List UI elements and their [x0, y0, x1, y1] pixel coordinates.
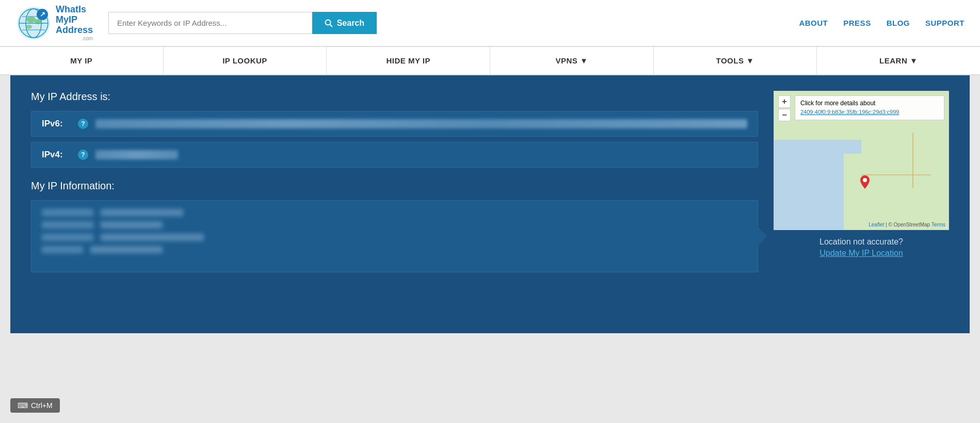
info-value-blur-3 [101, 234, 204, 241]
map-tooltip-text: Click for more details about [800, 100, 875, 107]
press-link[interactable]: PRESS [843, 19, 871, 27]
ipv4-row: IPv4: ? [31, 142, 758, 168]
zoom-in-button[interactable]: + [778, 95, 791, 108]
search-input[interactable] [108, 12, 312, 34]
info-row-1 [42, 209, 747, 216]
info-row-4 [42, 246, 747, 253]
map-column: + − Click for more details about 2409:40… [774, 91, 949, 272]
search-icon [325, 19, 333, 27]
svg-text:↗: ↗ [40, 10, 45, 18]
info-value-blur-4 [90, 246, 163, 253]
ipv6-help-icon[interactable]: ? [78, 119, 88, 129]
logo[interactable]: ↗ WhatIs MyIP Address .com [15, 5, 93, 41]
svg-point-7 [26, 17, 36, 23]
leaflet-link[interactable]: Leaflet [869, 222, 884, 227]
map-road-v [912, 133, 913, 188]
search-form: Search [108, 12, 377, 34]
map-tooltip-ip-link[interactable]: 2409:40f0:9:b83e:35fb:196c:29d3:c999 [800, 109, 899, 115]
nav-learn[interactable]: LEARN ▼ [817, 47, 980, 74]
keyboard-icon: ⌨ [18, 401, 28, 410]
nav-my-ip[interactable]: MY IP [0, 47, 164, 74]
header-nav: ABOUT PRESS BLOG SUPPORT [799, 19, 965, 27]
update-location-link[interactable]: Update My IP Location [774, 249, 949, 258]
zoom-out-button[interactable]: − [778, 109, 791, 121]
info-label-blur-4 [42, 246, 83, 253]
blog-link[interactable]: BLOG [887, 19, 910, 27]
about-link[interactable]: ABOUT [799, 19, 828, 27]
info-value-blur [101, 209, 183, 216]
main-nav: MY IP IP LOOKUP HIDE MY IP VPNS ▼ TOOLS … [0, 46, 980, 75]
nav-tools[interactable]: TOOLS ▼ [654, 47, 817, 74]
info-row-3 [42, 234, 747, 241]
keyboard-hint: ⌨ Ctrl+M [10, 398, 60, 413]
map-credits: Leaflet | © OpenStreetMap Terms [869, 222, 945, 227]
nav-vpns[interactable]: VPNS ▼ [490, 47, 654, 74]
logo-text: WhatIs MyIP Address .com [56, 5, 93, 41]
svg-point-12 [325, 20, 330, 25]
ipv6-row: IPv6: ? [31, 111, 758, 137]
svg-line-13 [330, 24, 332, 27]
map-terms-link[interactable]: Terms [931, 222, 945, 227]
ipv6-label: IPv6: [42, 119, 73, 129]
ip-info-table [31, 200, 758, 272]
nav-hide-my-ip[interactable]: HIDE MY IP [327, 47, 490, 74]
chevron-right-icon [757, 225, 767, 248]
site-header: ↗ WhatIs MyIP Address .com Search ABOUT … [0, 0, 980, 46]
search-button-label: Search [337, 19, 364, 28]
ipv6-value [95, 119, 747, 128]
info-label-blur-2 [42, 221, 93, 229]
search-button[interactable]: Search [312, 12, 377, 34]
ip-address-title: My IP Address is: [31, 91, 758, 103]
info-row-2 [42, 221, 747, 229]
nav-ip-lookup[interactable]: IP LOOKUP [164, 47, 327, 74]
info-label-blur [42, 209, 93, 216]
location-note: Location not accurate? [774, 237, 949, 247]
ip-section: My IP Address is: IPv6: ? IPv4: ? My IP … [31, 91, 949, 272]
logo-globe-icon: ↗ [15, 5, 52, 41]
map-tooltip: Click for more details about 2409:40f0:9… [795, 95, 944, 120]
map-road-h [861, 174, 931, 175]
main-content: My IP Address is: IPv6: ? IPv4: ? My IP … [10, 75, 970, 333]
info-label-blur-3 [42, 234, 93, 241]
pin-icon [860, 175, 870, 189]
map-location-pin [860, 175, 870, 191]
info-value-blur-2 [101, 221, 163, 229]
ip-left-column: My IP Address is: IPv6: ? IPv4: ? My IP … [31, 91, 758, 272]
ipv4-help-icon[interactable]: ? [78, 150, 88, 160]
svg-point-9 [26, 25, 32, 29]
support-link[interactable]: SUPPORT [925, 19, 965, 27]
ipv4-label: IPv4: [42, 150, 73, 160]
map-credit-osm: © OpenStreetMap [888, 222, 930, 227]
keyboard-shortcut: Ctrl+M [31, 401, 53, 410]
svg-point-14 [863, 178, 867, 182]
map-container[interactable]: + − Click for more details about 2409:40… [774, 91, 949, 230]
map-water-top [774, 140, 861, 154]
map-controls: + − [778, 95, 791, 121]
ip-info-title: My IP Information: [31, 180, 758, 192]
ipv4-value [95, 150, 178, 159]
